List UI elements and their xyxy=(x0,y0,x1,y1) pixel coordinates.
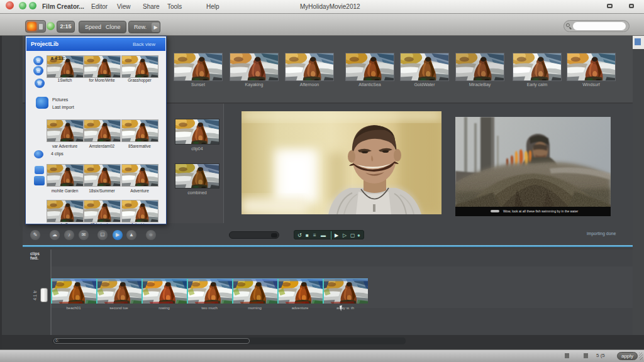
svg-text:Wow, look at all these fish sw: Wow, look at all these fish swimming by … xyxy=(503,209,579,213)
